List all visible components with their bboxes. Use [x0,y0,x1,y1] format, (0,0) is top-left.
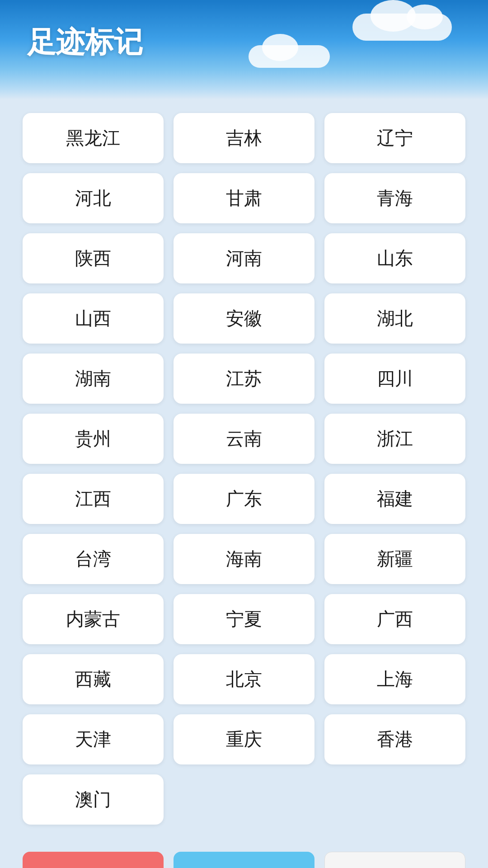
cloud-decoration-1 [352,14,452,41]
province-btn-guangxi[interactable]: 广西 [324,594,465,644]
province-btn-shaanxi[interactable]: 陕西 [23,233,164,283]
province-btn-gansu[interactable]: 甘肃 [174,173,314,223]
province-grid: 黑龙江吉林辽宁河北甘肃青海陕西河南山东山西安徽湖北湖南江苏四川贵州云南浙江江西广… [23,113,465,825]
province-btn-guizhou[interactable]: 贵州 [23,414,164,464]
province-btn-sichuan[interactable]: 四川 [324,354,465,404]
province-btn-shanghai[interactable]: 上海 [324,654,465,704]
header: 足迹标记 [0,0,488,99]
province-btn-xinjiang[interactable]: 新疆 [324,534,465,584]
province-btn-aomen[interactable]: 澳门 [23,774,164,825]
province-btn-chongqing[interactable]: 重庆 [174,714,314,764]
legend: 去过啦计划中未去过 [23,852,465,868]
province-btn-shanxi[interactable]: 山西 [23,293,164,344]
province-btn-guangdong[interactable]: 广东 [174,474,314,524]
province-btn-yunnan[interactable]: 云南 [174,414,314,464]
province-btn-hainan[interactable]: 海南 [174,534,314,584]
main-content: 黑龙江吉林辽宁河北甘肃青海陕西河南山东山西安徽湖北湖南江苏四川贵州云南浙江江西广… [0,99,488,868]
legend-color-visited [23,852,164,868]
province-btn-heilongjiang[interactable]: 黑龙江 [23,113,164,163]
province-btn-shandong[interactable]: 山东 [324,233,465,283]
province-btn-jiangxi[interactable]: 江西 [23,474,164,524]
province-btn-hubei[interactable]: 湖北 [324,293,465,344]
province-btn-hunan[interactable]: 湖南 [23,354,164,404]
province-btn-qinghai[interactable]: 青海 [324,173,465,223]
legend-item-planned: 计划中 [174,852,314,868]
province-btn-tianjin[interactable]: 天津 [23,714,164,764]
province-btn-zhejiang[interactable]: 浙江 [324,414,465,464]
province-btn-fujian[interactable]: 福建 [324,474,465,524]
province-btn-jiangsu[interactable]: 江苏 [174,354,314,404]
province-btn-jilin[interactable]: 吉林 [174,113,314,163]
legend-color-not-visited [324,852,465,868]
province-btn-henan[interactable]: 河南 [174,233,314,283]
province-btn-taiwan[interactable]: 台湾 [23,534,164,584]
province-btn-hebei[interactable]: 河北 [23,173,164,223]
province-btn-beijing[interactable]: 北京 [174,654,314,704]
province-btn-liaoning[interactable]: 辽宁 [324,113,465,163]
province-btn-hongkong[interactable]: 香港 [324,714,465,764]
legend-color-planned [174,852,314,868]
province-btn-xizang[interactable]: 西藏 [23,654,164,704]
legend-item-visited: 去过啦 [23,852,164,868]
cloud-decoration-2 [249,45,330,68]
province-btn-neimenggu[interactable]: 内蒙古 [23,594,164,644]
province-btn-anhui[interactable]: 安徽 [174,293,314,344]
legend-item-not-visited: 未去过 [324,852,465,868]
page-title: 足迹标记 [27,23,143,62]
province-btn-ningxia[interactable]: 宁夏 [174,594,314,644]
